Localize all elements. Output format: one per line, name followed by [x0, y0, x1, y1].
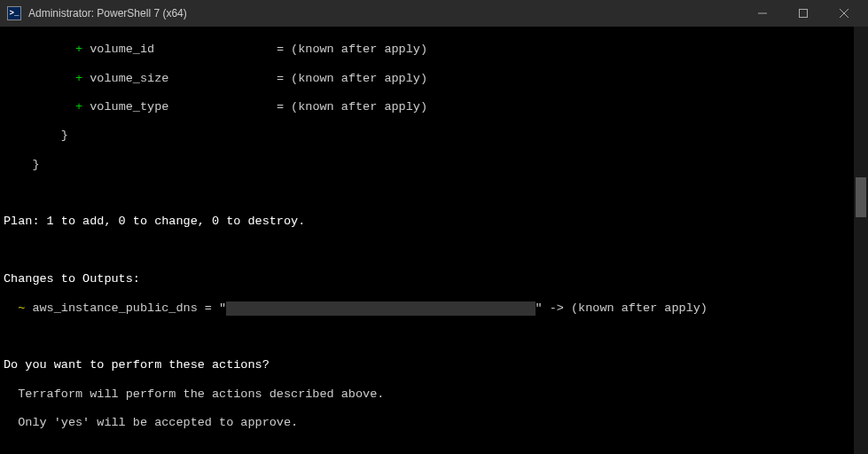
confirm-detail: Terraform will perform the actions descr… [4, 387, 864, 402]
attr-value: = (known after apply) [277, 43, 427, 56]
changes-header: Changes to Outputs: [4, 272, 864, 286]
plus-icon: + [75, 43, 82, 56]
plan-summary: Plan: 1 to add, 0 to change, 0 to destro… [4, 215, 864, 229]
window-title: Administrator: PowerShell 7 (x64) [28, 7, 187, 20]
brace-close: } [4, 129, 864, 143]
powershell-icon: >_ [7, 6, 21, 20]
confirm-detail: Only 'yes' will be accepted to approve. [4, 416, 864, 430]
close-button[interactable] [824, 0, 864, 27]
scrollbar[interactable] [854, 27, 868, 454]
plus-icon: + [75, 100, 82, 114]
titlebar-left: >_ Administrator: PowerShell 7 (x64) [7, 6, 187, 20]
output-after: " -> (known after apply) [536, 301, 708, 315]
redacted-value [226, 301, 535, 316]
scrollbar-thumb[interactable] [856, 177, 866, 217]
confirm-question: Do you want to perform these actions? [4, 358, 864, 372]
attr-key: volume_id [90, 43, 154, 56]
titlebar: >_ Administrator: PowerShell 7 (x64) [0, 0, 868, 27]
maximize-button[interactable] [783, 0, 824, 27]
minimize-button[interactable] [742, 0, 783, 27]
attr-value: = (known after apply) [277, 72, 427, 85]
attr-key: volume_type [90, 100, 168, 114]
attr-value: = (known after apply) [277, 100, 427, 114]
attr-key: volume_size [90, 72, 168, 85]
window-controls [742, 0, 864, 27]
terminal-output[interactable]: + volume_id = (known after apply) + volu… [0, 27, 868, 454]
output-key: aws_instance_public_dns = " [25, 301, 226, 315]
svg-rect-1 [800, 10, 808, 18]
plus-icon: + [75, 72, 82, 85]
brace-close: } [4, 158, 864, 172]
